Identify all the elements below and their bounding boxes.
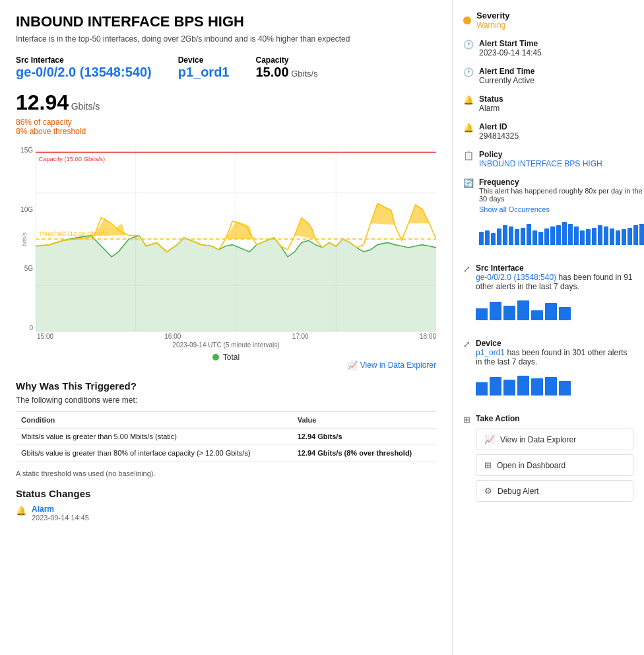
alert-id-section: 🔔 Alert ID 294814325 [463, 122, 633, 141]
main-chart-svg: Threshold (12.00 Gbits/s) Capacity (15.0… [36, 147, 436, 331]
severity-row: Severity Warning [463, 11, 633, 30]
trigger-intro: The following conditions were met: [16, 396, 436, 405]
open-dashboard-button[interactable]: ⊞ Open in Dashboard [476, 454, 633, 476]
chart-x-title: 2023-09-14 UTC (5 minute intervals) [16, 341, 436, 349]
dashboard-icon: ⊞ [484, 460, 492, 470]
occurrence-bar [628, 228, 632, 245]
device-label: Device [178, 55, 230, 65]
left-panel: INBOUND INTERFACE BPS HIGH Interface is … [0, 0, 453, 655]
device-sidebar-section: ⤢ Device p1_ord1 has been found in 301 o… [463, 339, 633, 405]
src-interface-label: Src Interface [16, 55, 152, 65]
alert-end-section: 🕐 Alert End Time Currently Active [463, 67, 633, 85]
occurrence-bar [544, 228, 549, 245]
device-bar [503, 380, 515, 396]
device-icon: ⤢ [463, 339, 470, 349]
action-icon: ⊞ [463, 415, 470, 425]
take-action-label: Take Action [476, 414, 633, 423]
capacity-value: 15.00 [256, 65, 289, 79]
device-sidebar-link[interactable]: p1_ord1 [476, 348, 505, 357]
occurrence-bar [604, 226, 608, 245]
src-interface-sidebar-label: Src Interface [476, 263, 633, 273]
clock-end-icon: 🕐 [463, 67, 474, 77]
y-label-15g: 15G [20, 147, 33, 154]
occurrence-bar [521, 228, 525, 245]
threshold-label: Threshold (12.00 Gbits/s) [38, 229, 108, 236]
src-interface-value: ge-0/0/2.0 (13548:540) [16, 65, 152, 80]
occurrence-bar [491, 233, 496, 245]
frequency-section: 🔄 Frequency This alert has happened roug… [463, 178, 633, 254]
condition-header: Condition [16, 412, 292, 429]
frequency-text: This alert has happened roughly 80x per … [479, 187, 644, 203]
src-bars [476, 296, 633, 320]
trigger-title: Why Was This Triggered? [16, 380, 436, 392]
chart-fill [36, 236, 436, 331]
take-action-section: ⊞ Take Action 📈 View in Data Explorer ⊞ … [463, 414, 633, 506]
occurrence-bar [568, 224, 573, 245]
explorer-icon: 📈 [484, 434, 495, 444]
frequency-label: Frequency [479, 178, 644, 187]
debug-alert-button[interactable]: ⚙ Debug Alert [476, 480, 633, 502]
device-bar [517, 376, 529, 396]
alert-end-label: Alert End Time [479, 67, 534, 76]
y-axis-label: bits/s [21, 232, 28, 246]
src-bar [559, 307, 571, 320]
view-data-explorer-label: View in Data Explorer [500, 435, 576, 444]
occurrence-bar [574, 226, 579, 245]
device-bar [476, 382, 488, 396]
occurrence-bar [586, 229, 591, 245]
condition-cell: Mbits/s value is greater than 5.00 Mbits… [16, 429, 292, 445]
show-all-occurrences-link[interactable]: Show all Occurrences [479, 205, 644, 213]
y-label-5g: 5G [24, 265, 33, 272]
pct-capacity: 86% of capacity [16, 118, 436, 127]
occurrence-bar [509, 226, 513, 245]
current-unit: Gbits/s [71, 101, 100, 112]
device-sidebar-label: Device [476, 339, 633, 348]
src-bar [517, 300, 529, 320]
status-changes-section: Status Changes 🔔 Alarm 2023-09-14 14:45 [16, 488, 436, 522]
meta-row: Src Interface ge-0/0/2.0 (13548:540) Dev… [16, 55, 436, 80]
chart-container: 15G 10G 5G 0 bits/s [16, 147, 436, 358]
src-interface-meta: Src Interface ge-0/0/2.0 (13548:540) [16, 55, 152, 80]
severity-label: Severity [476, 11, 510, 20]
occurrence-bar [497, 228, 501, 245]
clock-icon: 🕐 [463, 40, 474, 50]
right-panel: Severity Warning 🕐 Alert Start Time 2023… [453, 0, 644, 655]
condition-cell: Gbits/s value is greater than 80% of int… [16, 445, 292, 462]
device-bar [559, 381, 571, 396]
legend-dot [212, 354, 219, 361]
x-label-1800: 18:00 [420, 333, 436, 340]
src-interface-sidebar-text: ge-0/0/2.0 (13548:540) has been found in… [476, 273, 633, 291]
device-bar [531, 378, 543, 396]
legend-label: Total [223, 353, 240, 362]
bell-sidebar-icon: 🔔 [463, 95, 474, 105]
capacity-meta: Capacity 15.00 Gbits/s [256, 55, 318, 80]
occurrence-bar [610, 228, 614, 245]
occurrence-bar [556, 225, 561, 245]
expand-icon: ⤢ [463, 264, 470, 274]
src-interface-sidebar-link[interactable]: ge-0/0/2.0 (13548:540) [476, 273, 556, 282]
status-changes-title: Status Changes [16, 488, 436, 499]
alert-start-label: Alert Start Time [479, 39, 542, 48]
debug-icon: ⚙ [484, 486, 492, 496]
open-dashboard-label: Open in Dashboard [497, 461, 565, 470]
status-time: 2023-09-14 14:45 [32, 514, 89, 522]
occurrence-bar [538, 232, 543, 245]
page-subtitle: Interface is in the top-50 interfaces, d… [16, 34, 436, 44]
src-bar [503, 306, 515, 320]
capacity-unit: Gbits/s [291, 69, 317, 79]
policy-icon: 📋 [463, 151, 474, 160]
bell-icon: 🔔 [16, 506, 26, 516]
current-value-row: 12.94 Gbits/s [16, 90, 436, 115]
value-cell: 12.94 Gbits/s [292, 429, 436, 445]
occurrence-bar [592, 228, 596, 245]
src-bar [476, 308, 488, 320]
occurrence-bar [580, 230, 585, 245]
status-section: 🔔 Status Alarm [463, 94, 633, 113]
view-data-explorer-link[interactable]: 📈 View in Data Explorer [16, 361, 436, 370]
view-data-explorer-button[interactable]: 📈 View in Data Explorer [476, 429, 633, 450]
device-meta: Device p1_ord1 [178, 55, 230, 80]
conditions-table: Condition Value Mbits/s value is greater… [16, 411, 436, 462]
debug-alert-label: Debug Alert [498, 487, 539, 496]
policy-value[interactable]: INBOUND INTERFACE BPS HIGH [479, 159, 602, 168]
occurrence-bar [485, 230, 490, 245]
